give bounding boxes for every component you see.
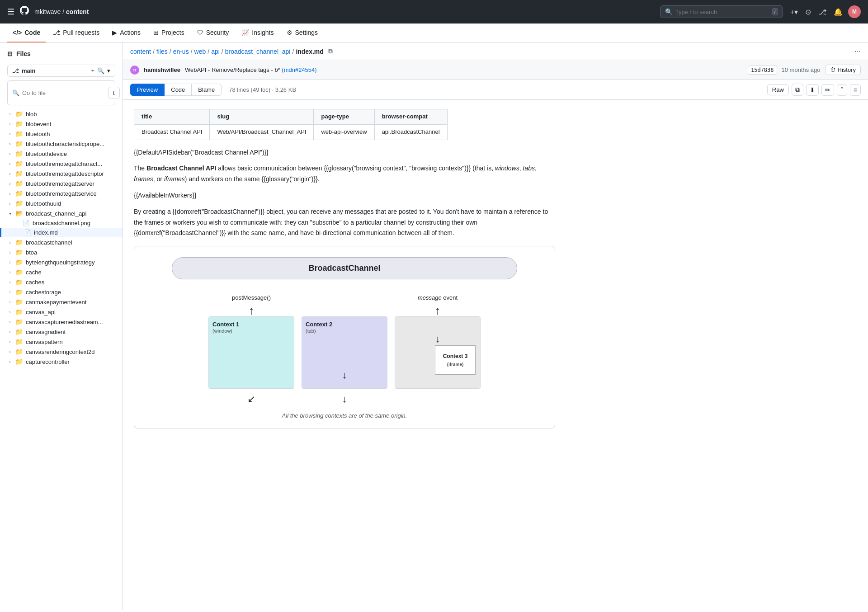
nav-code[interactable]: </> Code xyxy=(7,24,46,42)
github-logo[interactable] xyxy=(20,6,29,18)
tree-item-blob[interactable]: › 📁 blob xyxy=(0,109,123,119)
intro-paragraph: The Broadcast Channel API allows basic c… xyxy=(134,163,555,185)
search-input[interactable] xyxy=(675,9,769,15)
arrow-down-ctx3: ↓ xyxy=(435,330,440,347)
tree-item-label: bluetoothdevice xyxy=(26,151,67,157)
history-button[interactable]: ⏱ History xyxy=(825,65,861,75)
breadcrumb-web[interactable]: web xyxy=(194,48,206,55)
file-search[interactable]: 🔍 t xyxy=(7,80,115,105)
broadcast-channel-diagram: BroadcastChannel postMessage() ↑ message… xyxy=(134,246,555,428)
commit-hash[interactable]: 15d7838 xyxy=(748,66,777,75)
tree-item-bytelengthqueuingstrategy[interactable]: › 📁 bytelengthqueuingstrategy xyxy=(0,257,123,267)
tree-item-bluetoothremotegattservice[interactable]: › 📁 bluetoothremotegattservice xyxy=(0,188,123,198)
commit-message-text: WebAPI - Remove/Replace tags - b* xyxy=(185,66,280,73)
global-search[interactable]: 🔍 / xyxy=(660,5,783,18)
table-row: Broadcast Channel API Web/API/Broadcast_… xyxy=(134,124,448,140)
breadcrumb-repo[interactable]: content xyxy=(66,8,89,15)
breadcrumb-api[interactable]: api xyxy=(211,48,220,55)
pull-request-icon[interactable]: ⎇ xyxy=(816,6,828,18)
tree-item-canmakepaymentevent[interactable]: › 📁 canmakepaymentevent xyxy=(0,297,123,307)
branch-selector[interactable]: ⎇ main + 🔍 ▾ xyxy=(7,65,115,77)
tree-item-index-md[interactable]: 📄 index.md xyxy=(0,228,123,237)
tree-item-broadcastchannel-png[interactable]: 📄 broadcastchannel.png xyxy=(0,218,123,228)
commit-pr-link[interactable]: (mdn#24554) xyxy=(282,66,316,73)
breadcrumb-owner[interactable]: mkitwave xyxy=(34,8,61,15)
tree-item-btoa[interactable]: › 📁 btoa xyxy=(0,247,123,257)
api-name: Broadcast Channel API xyxy=(146,165,216,172)
tab-preview[interactable]: Preview xyxy=(130,84,165,96)
tree-item-label: broadcast_channel_api xyxy=(26,210,86,217)
tree-item-bluetoothcharacteristicprope[interactable]: › 📁 bluetoothcharacteristicprope... xyxy=(0,139,123,149)
copy-path-icon[interactable]: ⧉ xyxy=(328,47,333,55)
macro-available-in-workers: {{AvailableInWorkers}} xyxy=(134,190,555,201)
diagram-contexts: Context 1 (window) Context 2 (tab) ↓ xyxy=(142,316,547,389)
add-file-icon[interactable]: + xyxy=(91,67,94,74)
activity-icon[interactable]: ⊙ xyxy=(803,6,813,18)
file-sidebar: ⊟ Files ⎇ main + 🔍 ▾ 🔍 t › 📁 blob › 📁 bl… xyxy=(0,43,123,610)
tree-item-canvaspattern[interactable]: › 📁 canvaspattern xyxy=(0,337,123,347)
hamburger-icon[interactable]: ☰ xyxy=(7,7,14,17)
tree-item-bluetoothremotegattcharact[interactable]: › 📁 bluetoothremotegattcharact... xyxy=(0,159,123,169)
tree-item-cachestorage[interactable]: › 📁 cachestorage xyxy=(0,287,123,297)
breadcrumb-broadcast-channel-api[interactable]: broadcast_channel_api xyxy=(225,48,291,55)
tree-item-bluetoothremotegattserver[interactable]: › 📁 bluetoothremotegattserver xyxy=(0,179,123,188)
file-content-area: content / files / en-us / web / api / br… xyxy=(123,43,868,610)
tree-item-caches[interactable]: › 📁 caches xyxy=(0,277,123,287)
chevron-icon: › xyxy=(7,330,13,334)
arrow-label-postmessage: postMessage() xyxy=(208,293,294,303)
sidebar-toggle-icon[interactable]: ⊟ xyxy=(7,50,13,57)
tree-item-broadcastchannel[interactable]: › 📁 broadcastchannel xyxy=(0,237,123,247)
file-tabs: Preview Code Blame xyxy=(130,84,222,96)
nav-pull-requests[interactable]: ⎇ Pull requests xyxy=(47,24,105,42)
tab-code[interactable]: Code xyxy=(165,84,192,96)
chevron-icon: › xyxy=(7,201,13,206)
tree-item-label: bluetoothremotegattcharact... xyxy=(26,160,102,167)
tree-item-cache[interactable]: › 📁 cache xyxy=(0,267,123,277)
tree-item-blobevent[interactable]: › 📁 blobevent xyxy=(0,119,123,129)
tree-item-bluetooth[interactable]: › 📁 bluetooth xyxy=(0,129,123,139)
nav-security[interactable]: 🛡 Security xyxy=(192,24,235,42)
chevron-icon: › xyxy=(7,112,13,117)
tree-item-bluetoothuuid[interactable]: › 📁 bluetoothuuid xyxy=(0,198,123,208)
diagram-caption: All the browsing contexts are of the sam… xyxy=(142,411,547,421)
nav-settings[interactable]: ⚙ Settings xyxy=(281,24,324,42)
nav-actions[interactable]: ▶ Actions xyxy=(107,24,146,42)
bottom-arrows: ↙ ↓ xyxy=(142,391,547,407)
tree-item-canvas-api[interactable]: › 📁 canvas_api xyxy=(0,307,123,317)
tree-item-canvascapturemediastream[interactable]: › 📁 canvascapturemediastream... xyxy=(0,317,123,327)
breadcrumb-en-us[interactable]: en-us xyxy=(173,48,189,55)
copy-raw-button[interactable]: ⧉ xyxy=(792,84,803,96)
tree-item-canvasgradient[interactable]: › 📁 canvasgradient xyxy=(0,327,123,337)
branch-chevron-icon[interactable]: ▾ xyxy=(107,67,110,74)
tree-item-broadcast-channel-api[interactable]: ▾ 📂 broadcast_channel_api xyxy=(0,208,123,218)
sidebar-title: Files xyxy=(16,50,31,57)
more-edit-options[interactable]: ˅ xyxy=(837,84,847,96)
folder-icon: 📁 xyxy=(15,348,23,355)
raw-button[interactable]: Raw xyxy=(767,84,789,95)
download-button[interactable]: ⬇ xyxy=(806,84,819,96)
nav-projects[interactable]: ⊞ Projects xyxy=(148,24,190,42)
markdown-content: {{DefaultAPISidebar("Broadcast Channel A… xyxy=(134,147,555,429)
breadcrumb-files[interactable]: files xyxy=(156,48,168,55)
pr-icon: ⎇ xyxy=(53,29,60,36)
sep: / xyxy=(208,48,209,55)
notification-icon[interactable]: 🔔 xyxy=(832,6,844,18)
edit-button[interactable]: ✏ xyxy=(821,84,834,96)
outline-button[interactable]: ≡ xyxy=(850,84,861,96)
file-search-input[interactable] xyxy=(22,89,98,96)
nav-insights[interactable]: 📈 Insights xyxy=(236,24,279,42)
tree-item-capturecontroller[interactable]: › 📁 capturecontroller xyxy=(0,357,123,367)
more-options-icon[interactable]: ⋯ xyxy=(854,48,861,55)
search-branch-icon[interactable]: 🔍 xyxy=(97,67,104,74)
tab-blame[interactable]: Blame xyxy=(192,84,222,96)
user-avatar[interactable]: M xyxy=(848,5,861,18)
tree-item-label: index.md xyxy=(34,229,58,236)
folder-icon: 📁 xyxy=(15,268,23,276)
add-button[interactable]: +▾ xyxy=(788,6,800,18)
tree-item-bluetoothdevice[interactable]: › 📁 bluetoothdevice xyxy=(0,149,123,159)
tree-item-canvasrenderingcontext2d[interactable]: › 📁 canvasrenderingcontext2d xyxy=(0,347,123,357)
breadcrumb-content[interactable]: content xyxy=(130,48,151,55)
commit-author[interactable]: hamishwillee xyxy=(144,66,180,73)
tree-item-bluetoothremotegattdescriptor[interactable]: › 📁 bluetoothremotegattdescriptor xyxy=(0,169,123,179)
chevron-icon: › xyxy=(7,260,13,265)
